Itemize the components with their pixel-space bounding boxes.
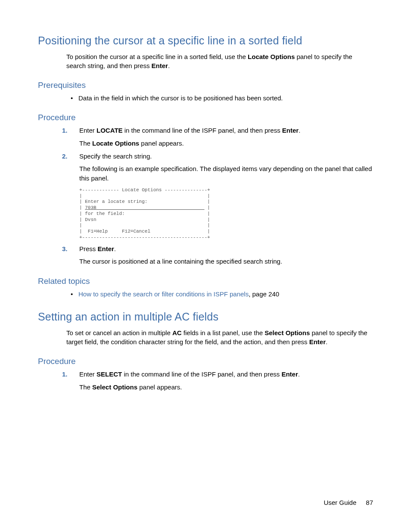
text: fields in a list panel, use the [182, 329, 265, 336]
heading-setting-ac: Setting an action in multiple AC fields [38, 311, 373, 323]
text: . [114, 245, 116, 252]
intro-paragraph: To set or cancel an action in multiple A… [66, 328, 373, 346]
code-line: | [204, 205, 210, 210]
text-bold: Enter [152, 62, 168, 69]
procedure-list: 1. Enter LOCATE in the command line of t… [60, 126, 373, 266]
text-bold: LOCATE [97, 127, 123, 134]
page-footer: User Guide87 [324, 499, 373, 506]
text: To set or cancel an action in multiple [66, 329, 172, 336]
page: Positioning the cursor at a specific lin… [0, 0, 411, 532]
text: The cursor is positioned at a line conta… [79, 257, 373, 266]
intro-paragraph: To position the cursor at a specific lin… [66, 52, 373, 70]
footer-label: User Guide [324, 499, 356, 506]
heading-positioning: Positioning the cursor at a specific lin… [38, 34, 373, 47]
text-bold: Enter [282, 127, 299, 134]
text: To position the cursor at a specific lin… [66, 53, 248, 60]
code-line: | for the field: | [79, 211, 210, 216]
text: The following is an example specificatio… [79, 164, 373, 183]
text-bold: Locate Options [248, 53, 295, 60]
text-bold: Select Options [265, 329, 310, 336]
heading-procedure: Procedure [38, 357, 373, 366]
step-1: 1. Enter SELECT in the command line of t… [60, 370, 373, 392]
text: , page 240 [249, 290, 279, 298]
step-1: 1. Enter LOCATE in the command line of t… [60, 126, 373, 148]
code-line: +---------------------------------------… [79, 235, 210, 240]
text: . [299, 127, 300, 134]
text: Specify the search string. [79, 152, 152, 160]
text: . [326, 338, 327, 345]
text: panel appears. [139, 140, 184, 147]
text-bold: Enter [281, 370, 298, 378]
step-3: 3. Press Enter. The cursor is positioned… [60, 244, 373, 267]
code-line: | | [79, 223, 210, 228]
text: in the command line of the ISPF panel, a… [122, 370, 281, 378]
code-underline: 703B [85, 205, 204, 210]
list-item: How to specify the search or filter cond… [66, 289, 373, 299]
text: . [298, 370, 300, 378]
procedure-list: 1. Enter SELECT in the command line of t… [60, 370, 373, 392]
heading-procedure: Procedure [38, 113, 373, 122]
code-line: | Enter a locate string: | [79, 199, 210, 204]
code-line: | F1=Help F12=Cancel | [79, 229, 210, 234]
list-item: Data in the field in which the cursor is… [66, 93, 373, 103]
text: The [79, 140, 92, 147]
text: Enter [79, 127, 97, 134]
step-2: 2. Specify the search string. The follow… [60, 152, 373, 241]
code-block-locate-options: +------------- Locate Options ----------… [79, 187, 373, 241]
text: panel appears. [137, 383, 182, 391]
text: . [168, 62, 170, 69]
code-line: | [79, 205, 85, 210]
heading-prerequisites: Prerequisites [38, 81, 373, 90]
prereq-list: Data in the field in which the cursor is… [66, 93, 373, 103]
text: Press [79, 245, 98, 252]
text-bold: Locate Options [92, 140, 139, 147]
related-list: How to specify the search or filter cond… [66, 289, 373, 299]
related-link[interactable]: How to specify the search or filter cond… [78, 290, 249, 298]
code-line: +------------- Locate Options ----------… [79, 187, 210, 193]
text-bold: SELECT [97, 370, 122, 378]
heading-related-topics: Related topics [38, 277, 373, 286]
text-bold: Enter [98, 245, 114, 252]
page-number: 87 [366, 499, 373, 506]
text-bold: AC [172, 329, 182, 336]
text: Enter [79, 370, 97, 378]
text-bold: Enter [309, 338, 326, 345]
step-number: 1. [62, 126, 68, 135]
step-number: 1. [62, 370, 68, 379]
text: The [79, 383, 92, 391]
text: in the command line of the ISPF panel, a… [123, 127, 282, 134]
code-line: | Dvsn | [79, 217, 210, 222]
code-line: | | [79, 193, 210, 199]
text-bold: Select Options [92, 383, 137, 391]
step-number: 3. [62, 244, 68, 254]
step-number: 2. [62, 152, 68, 161]
